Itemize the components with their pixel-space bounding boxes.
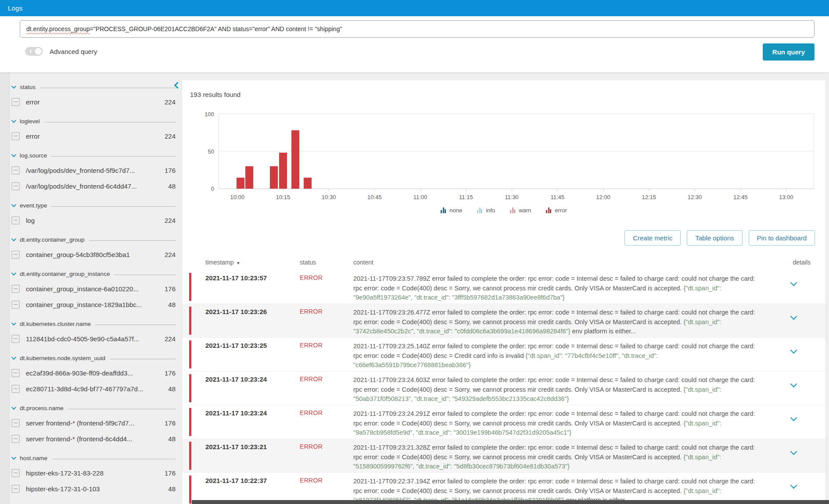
facet-checkbox[interactable] — [11, 485, 20, 493]
facet-item[interactable]: log224 — [11, 215, 176, 225]
log-row: 2021-11-17 10:23:26ERROR2021-11-17T09:23… — [182, 304, 825, 338]
query-input[interactable]: dt.entity.process_group="PROCESS_GROUP-0… — [20, 20, 815, 38]
facet-item-label: /var/log/pods/dev_frontend-6c4dd47... — [26, 182, 165, 190]
expand-row-chevron-icon[interactable] — [790, 313, 797, 320]
chevron-down-icon — [11, 271, 16, 275]
facet-checkbox[interactable] — [11, 182, 20, 190]
facet-item[interactable]: server frontend-* (frontend-5f9c7d7...17… — [11, 418, 176, 428]
expand-row-chevron-icon[interactable] — [790, 381, 797, 388]
chart-bar — [291, 130, 299, 189]
facet-item[interactable]: ec280711-3d8d-4c9d-bf77-467797a7d...48 — [11, 383, 176, 394]
x-axis-label: 11:15 — [459, 194, 473, 200]
log-row: 2021-11-17 10:22:37ERROR2021-11-17T09:22… — [182, 473, 825, 504]
facet-group-header[interactable]: host.name — [11, 454, 176, 462]
expand-row-chevron-icon[interactable] — [790, 482, 797, 489]
facet-item[interactable]: /var/log/pods/dev_frontend-5f9c7d7...176 — [11, 165, 176, 175]
facet-group-header[interactable]: dt.process.name — [11, 404, 176, 412]
chart-bar — [270, 166, 278, 189]
facet-group-name: dt.entity.container_group_instance — [20, 271, 110, 277]
pin-to-dashboard-button[interactable]: Pin to dashboard — [749, 230, 815, 246]
facet-item-label: log — [26, 217, 161, 224]
expand-row-chevron-icon[interactable] — [790, 415, 797, 422]
facet-checkbox[interactable] — [11, 419, 20, 427]
facet-group-header[interactable]: dt.entity.container_group_instance — [11, 269, 176, 278]
expand-row-chevron-icon[interactable] — [790, 279, 797, 286]
chevron-down-icon — [11, 455, 16, 460]
facet-checkbox[interactable] — [11, 166, 20, 175]
table-options-button[interactable]: Table options — [687, 230, 742, 246]
row-severity-bar — [189, 475, 191, 504]
facet-item[interactable]: server frontend-* (frontend-6c4dd4...48 — [11, 433, 176, 444]
facet-group-header[interactable]: dt.entity.container_group — [11, 235, 176, 244]
facet-checkbox[interactable] — [11, 469, 20, 477]
facet-group: dt.entity.container_groupcontainer_group… — [11, 235, 176, 260]
advanced-query-toggle[interactable] — [25, 47, 43, 56]
row-severity-bar — [189, 442, 191, 470]
facet-checkbox[interactable] — [11, 300, 20, 309]
facet-item[interactable]: container_group_instance-6a010220...176 — [11, 283, 176, 294]
expand-row-chevron-icon[interactable] — [790, 448, 797, 455]
toggle-on-mark — [30, 50, 31, 53]
log-details-cell — [766, 443, 825, 472]
facet-item[interactable]: ec2af39d-866a-903e-ff09-deaffdd3...176 — [11, 368, 176, 378]
facet-item-label: server frontend-* (frontend-6c4dd4... — [26, 435, 165, 443]
facet-checkbox[interactable] — [11, 435, 20, 443]
facet-item-label: ec2af39d-866a-903e-ff09-deaffdd3... — [26, 369, 161, 377]
legend-bar-chart-icon — [441, 207, 446, 213]
legend-item-none[interactable]: none — [441, 207, 462, 213]
facet-group: dt.kubernetes.node.system_uuidec2af39d-8… — [11, 354, 176, 394]
facet-group-header[interactable]: dt.kubernetes.cluster.name — [11, 319, 176, 328]
facet-checkbox[interactable] — [11, 369, 20, 377]
log-timestamp: 2021-11-17 10:23:24 — [205, 375, 300, 405]
column-header-timestamp[interactable]: timestamp▼ — [205, 259, 300, 266]
facet-checkbox[interactable] — [11, 335, 20, 343]
facet-checkbox[interactable] — [11, 250, 20, 259]
facet-checkbox[interactable] — [11, 216, 20, 225]
facet-item-count: 48 — [168, 435, 176, 443]
x-axis-tick — [786, 189, 786, 191]
x-axis-tick — [283, 189, 284, 191]
facet-item-count: 224 — [165, 98, 176, 106]
chart-plot-area[interactable]: 10:0010:1510:3010:4511:0011:1511:3011:45… — [219, 114, 814, 189]
facet-item[interactable]: error224 — [11, 97, 176, 107]
legend-item-warn[interactable]: warn — [510, 207, 531, 213]
facet-group-header[interactable]: log.source — [11, 151, 176, 160]
facet-checkbox[interactable] — [11, 385, 20, 393]
legend-item-error[interactable]: error — [546, 207, 567, 213]
facet-item[interactable]: /var/log/pods/dev_frontend-6c4dd47...48 — [11, 181, 176, 191]
facet-item[interactable]: container_group_instance-1829a1bbc...48 — [11, 299, 176, 310]
facet-group-name: dt.kubernetes.node.system_uuid — [20, 355, 105, 361]
y-axis-label: 50 — [190, 148, 214, 155]
sidebar-collapse-button[interactable] — [173, 82, 181, 89]
log-content: 2021-11-17T09:23:24.603Z error failed to… — [353, 375, 766, 405]
facet-checkbox[interactable] — [11, 98, 20, 106]
advanced-query-label: Advanced query — [50, 48, 97, 55]
y-axis-label: 0 — [190, 186, 214, 192]
facet-group: dt.process.nameserver frontend-* (fronte… — [11, 404, 176, 444]
facet-rule — [89, 240, 176, 241]
x-axis-label: 11:00 — [413, 194, 427, 200]
facet-group-header[interactable]: status — [11, 82, 176, 91]
expand-row-chevron-icon[interactable] — [790, 347, 797, 354]
facet-item[interactable]: error224 — [11, 131, 176, 141]
facet-item[interactable]: hipster-eks-172-31-0-10348 — [11, 483, 176, 494]
create-metric-button[interactable]: Create metric — [624, 230, 681, 246]
horizontal-scrollbar[interactable] — [192, 500, 829, 504]
facet-group-header[interactable]: loglevel — [11, 117, 176, 125]
facet-item-count: 48 — [168, 182, 176, 190]
facet-checkbox[interactable] — [11, 132, 20, 140]
facet-item[interactable]: 112841bd-cdc0-4505-9e90-c5a4a57f...224 — [11, 333, 176, 344]
facet-checkbox[interactable] — [11, 285, 20, 293]
facet-group-header[interactable]: dt.kubernetes.node.system_uuid — [11, 354, 176, 362]
facet-item[interactable]: hipster-eks-172-31-83-228176 — [11, 468, 176, 478]
log-status: ERROR — [300, 274, 353, 304]
run-query-button[interactable]: Run query — [763, 43, 815, 61]
chart-gridline — [219, 114, 814, 114]
legend-item-info[interactable]: info — [477, 207, 495, 213]
facet-group-name: dt.kubernetes.cluster.name — [20, 321, 91, 327]
facet-group: log.source/var/log/pods/dev_frontend-5f9… — [11, 151, 176, 191]
facet-item[interactable]: container_group-54cb3f80cf5e3ba1224 — [11, 249, 176, 260]
facet-group-header[interactable]: event.type — [11, 201, 176, 210]
x-axis-tick — [740, 189, 741, 191]
log-details-cell — [766, 342, 825, 371]
